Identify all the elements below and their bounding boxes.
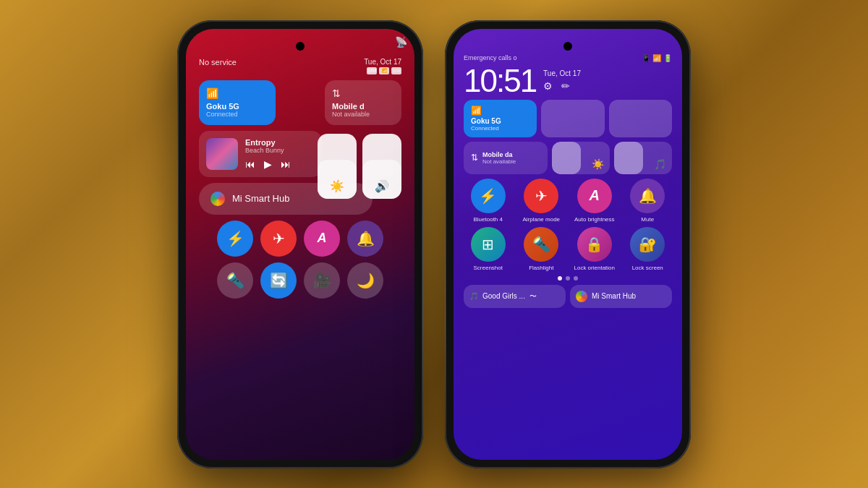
- p2-bluetooth-toggle: ⚡ Bluetooth 4: [464, 179, 513, 223]
- p2-lock-orientation-button[interactable]: 🔒: [577, 227, 612, 262]
- p2-wifi-tile[interactable]: 📶 Goku 5G Connected: [464, 100, 537, 137]
- settings-icon[interactable]: ⚙: [543, 80, 553, 92]
- phone-1-status-bar: No service Tue, Oct 17 SIM 📶 100: [199, 58, 401, 74]
- bell-icon: 🔔: [357, 230, 375, 247]
- volume-slider[interactable]: 🔊: [362, 134, 401, 199]
- assistant-icon: [576, 291, 587, 302]
- phones-container: No service Tue, Oct 17 SIM 📶 100 📶: [0, 0, 868, 488]
- phone-2-date-settings: Tue, Oct 17 ⚙ ✏: [543, 69, 581, 92]
- p2-auto-button[interactable]: A: [577, 179, 612, 213]
- p2-mute-label: Mute: [641, 216, 654, 223]
- edit-icon[interactable]: ✏: [561, 80, 570, 92]
- p2-brightness-slider[interactable]: ☀️: [552, 142, 610, 174]
- phone-2-screen: Emergency calls o 📱 📶 🔋 10:51 Tue, Oct 1…: [454, 29, 682, 460]
- phone-1: No service Tue, Oct 17 SIM 📶 100 📶: [177, 20, 423, 468]
- battery-icon: 100: [391, 67, 401, 74]
- p2-volume-icon: 🎵: [654, 158, 666, 170]
- google-assistant-icon: [210, 192, 225, 206]
- wifi-tile[interactable]: 📶 Goku 5G Connected: [199, 80, 276, 125]
- phone-1-edge-right: [422, 65, 423, 424]
- dot-2: [566, 276, 570, 281]
- sync-button[interactable]: 🔄: [260, 262, 297, 299]
- camera-button[interactable]: 🎥: [304, 262, 340, 299]
- phone-2-edge-left: [445, 65, 446, 424]
- sim-icon: SIM: [367, 67, 377, 74]
- phone-2-time: 10:51: [464, 65, 536, 97]
- phone-1-datetime: Tue, Oct 17 SIM 📶 100: [364, 58, 401, 74]
- auto-icon: A: [318, 231, 327, 246]
- p2-airplane-label: Airplane mode: [522, 216, 560, 223]
- media-info: Entropy Beach Bunny ⏮ ▶ ⏭: [245, 138, 315, 170]
- brightness-slider[interactable]: ☀️: [318, 134, 357, 199]
- p2-mobile-sub: Not available: [482, 158, 516, 165]
- p2-auto-label: Auto brightness: [574, 216, 615, 223]
- flashlight-button[interactable]: 🔦: [217, 262, 253, 299]
- p2-screenshot-label: Screenshot: [474, 265, 503, 272]
- quick-actions-row2: 🔦 🔄 🎥 🌙: [199, 262, 401, 299]
- p2-screenshot-toggle: ⊞ Screenshot: [464, 227, 513, 272]
- phone-1-edge-left: [177, 65, 178, 424]
- mobile-data-tile[interactable]: ⇅ Mobile d Not available: [325, 80, 401, 125]
- bluetooth-button[interactable]: ⚡: [217, 221, 253, 257]
- media-controls: ⏮ ▶ ⏭: [245, 158, 315, 170]
- sound-wave-icon: 〜: [529, 291, 537, 301]
- prev-button[interactable]: ⏮: [245, 158, 255, 170]
- phone-2-mobile-row: ⇅ Mobile da Not available ☀️ 🎵: [464, 142, 672, 174]
- p2-flashlight-toggle: 🔦 Flashlight: [517, 227, 566, 272]
- airplane-icon: ✈: [273, 230, 285, 247]
- phone-2-network-section: 📶 Goku 5G Connected: [464, 100, 672, 137]
- p2-flashlight-label: Flashlight: [529, 265, 553, 272]
- p2-mi-smart-hub-tile[interactable]: Mi Smart Hub: [570, 285, 672, 308]
- play-button[interactable]: ▶: [264, 158, 272, 170]
- phone-2-time-row: 10:51 Tue, Oct 17 ⚙ ✏: [464, 65, 672, 97]
- p2-screenshot-button[interactable]: ⊞: [471, 227, 506, 262]
- brightness-icon: ☀️: [330, 179, 344, 193]
- dot-3: [574, 276, 578, 281]
- p2-mobile-info: Mobile da Not available: [482, 151, 516, 165]
- p2-mobile-tile[interactable]: ⇅ Mobile da Not available: [464, 142, 548, 174]
- phone-2-date: Tue, Oct 17: [543, 69, 581, 77]
- next-button[interactable]: ⏭: [281, 158, 291, 170]
- p2-wifi-icon-tile: 📶: [471, 106, 529, 116]
- p2-mute-button[interactable]: 🔔: [630, 179, 665, 213]
- p2-lock-orientation-toggle: 🔒 Lock orientation: [570, 227, 619, 272]
- media-subtitle: Beach Bunny: [245, 147, 315, 154]
- sync-icon: 🔄: [270, 272, 288, 289]
- phone-2-toggles-row1: ⚡ Bluetooth 4 ✈ Airplane mode A Auto bri…: [464, 179, 672, 223]
- p2-blank-tile-2: [609, 100, 673, 137]
- phone-2: Emergency calls o 📱 📶 🔋 10:51 Tue, Oct 1…: [445, 20, 691, 468]
- phone-2-toggles-row2: ⊞ Screenshot 🔦 Flashlight 🔒 Lock orienta…: [464, 227, 672, 272]
- phone-2-content: Emergency calls o 📱 📶 🔋 10:51 Tue, Oct 1…: [454, 29, 682, 460]
- slider-controls: ☀️ 🔊: [318, 134, 401, 199]
- mobile-icon: ⇅: [332, 87, 394, 99]
- p2-volume-fill: [614, 142, 643, 174]
- phone-1-screen: No service Tue, Oct 17 SIM 📶 100 📶: [186, 29, 414, 460]
- p2-mobile-label: Mobile da: [482, 151, 516, 158]
- p2-flashlight-button[interactable]: 🔦: [524, 227, 558, 262]
- p2-airplane-toggle: ✈ Airplane mode: [517, 179, 566, 223]
- p2-airplane-button[interactable]: ✈: [524, 179, 558, 213]
- mute-button[interactable]: 🔔: [347, 221, 383, 257]
- no-service-label: No service: [199, 58, 237, 67]
- phone-2-header-actions: ⚙ ✏: [543, 80, 581, 92]
- media-title: Entropy: [245, 138, 315, 147]
- flashlight-icon: 🔦: [226, 272, 244, 289]
- p2-brightness-fill: [552, 142, 581, 174]
- phone-2-bottom-tiles: 🎵 Good Girls ... 〜 Mi Smart Hub: [464, 285, 672, 308]
- phone-2-camera: [563, 42, 572, 51]
- airplane-button[interactable]: ✈: [260, 221, 297, 257]
- p2-bluetooth-button[interactable]: ⚡: [471, 179, 506, 213]
- music-icon: 🎵: [469, 292, 478, 300]
- phone-1-date: Tue, Oct 17: [364, 58, 401, 66]
- p2-mute-toggle: 🔔 Mute: [624, 179, 673, 223]
- moon-button[interactable]: 🌙: [347, 262, 383, 299]
- cast-icon[interactable]: 📡: [395, 36, 407, 48]
- p2-lock-screen-button[interactable]: 🔐: [630, 227, 665, 262]
- good-girls-label: Good Girls ...: [482, 292, 525, 300]
- bluetooth-icon: ⚡: [226, 230, 244, 247]
- p2-volume-slider[interactable]: 🎵: [614, 142, 672, 174]
- auto-brightness-button[interactable]: A: [304, 221, 340, 257]
- phone-1-content: No service Tue, Oct 17 SIM 📶 100 📶: [186, 29, 414, 460]
- mobile-tile-label: Mobile d: [332, 102, 394, 111]
- p2-good-girls-tile[interactable]: 🎵 Good Girls ... 〜: [464, 285, 566, 308]
